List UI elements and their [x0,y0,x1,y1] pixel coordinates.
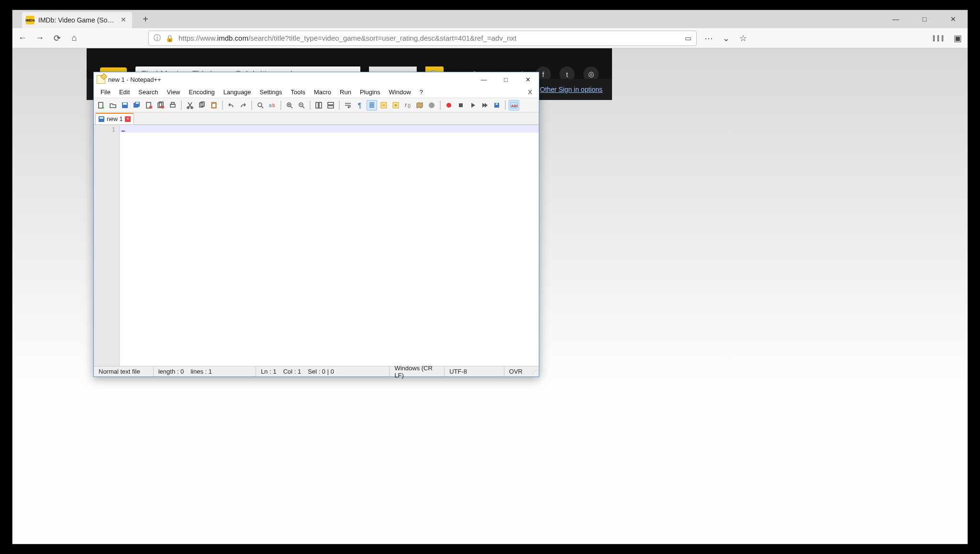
close-all-icon[interactable] [156,100,166,111]
open-file-icon[interactable] [108,100,118,111]
stop-macro-icon[interactable] [456,100,466,111]
doc-switcher-icon[interactable] [426,100,437,111]
svg-rect-19 [212,104,215,107]
fold-icon[interactable] [379,100,389,111]
resize-grip-icon[interactable]: ⋰ [527,366,539,377]
menu-macro[interactable]: Macro [310,88,335,97]
npp-maximize-button[interactable]: □ [495,73,517,86]
back-button[interactable]: ← [17,33,28,44]
undo-icon[interactable] [226,100,236,111]
lock-icon[interactable]: 🔒 [166,34,174,42]
library-icon[interactable]: ⫿⫿⫿ [933,33,944,44]
svg-point-1 [102,106,104,109]
tab-strip: IMDb IMDb: Video Game (Sorted by I ✕ + —… [12,10,968,28]
menu-edit[interactable]: Edit [115,88,134,97]
toolbar-separator [251,100,252,110]
menu-search[interactable]: Search [134,88,162,97]
svg-text:(): () [408,103,411,108]
line-number-gutter: 1 [94,125,120,366]
paste-icon[interactable] [209,100,219,111]
save-macro-icon[interactable] [491,100,502,111]
page-actions-icon[interactable]: ⋯ [703,33,714,44]
menu-encoding[interactable]: Encoding [185,88,219,97]
npp-editor[interactable]: 1 [94,125,539,366]
save-all-icon[interactable] [132,100,142,111]
new-file-icon[interactable] [96,100,106,111]
zoom-in-icon[interactable] [284,100,295,111]
npp-menu-close-x[interactable]: X [524,88,536,97]
toolbar-separator [505,100,506,110]
tab-close-icon[interactable]: ✕ [120,16,127,24]
zoom-out-icon[interactable] [296,100,307,111]
pocket-icon[interactable]: ⌄ [721,33,731,44]
npp-tab-new1[interactable]: new 1 × [95,113,134,124]
menu-plugins[interactable]: Plugins [356,88,384,97]
show-all-chars-icon[interactable]: ¶ [355,100,365,111]
doc-map-icon[interactable] [414,100,425,111]
indent-guide-icon[interactable] [367,100,377,111]
menu-tools[interactable]: Tools [287,88,309,97]
sync-h-icon[interactable] [325,100,336,111]
sync-v-icon[interactable] [313,100,324,111]
svg-point-11 [161,106,164,109]
npp-tab-close-icon[interactable]: × [125,116,131,122]
print-icon[interactable] [167,100,178,111]
menu-run[interactable]: Run [336,88,355,97]
current-line-highlight [120,125,539,133]
line-number: 1 [94,126,115,133]
svg-rect-13 [171,102,174,104]
copy-icon[interactable] [197,100,207,111]
sidebar-toggle-icon[interactable]: ▣ [952,33,963,44]
npp-menubar: FileEditSearchViewEncodingLanguageSettin… [94,87,539,98]
browser-close-button[interactable]: ✕ [939,10,968,28]
wordwrap-icon[interactable] [343,100,353,111]
menu-help[interactable]: ? [416,88,427,97]
status-filetype: Normal text file [94,366,154,377]
home-button[interactable]: ⌂ [69,33,79,44]
toolbar-separator [310,100,311,110]
replace-icon[interactable]: ab [267,100,278,111]
bookmark-star-icon[interactable]: ☆ [738,33,748,44]
play-multi-icon[interactable] [479,100,490,111]
menu-view[interactable]: View [163,88,184,97]
spellcheck-icon[interactable]: ABC [509,100,519,111]
reader-mode-icon[interactable]: ▭ [685,34,691,43]
play-macro-icon[interactable] [468,100,478,111]
unfold-icon[interactable] [390,100,401,111]
save-icon[interactable] [120,100,130,111]
address-bar[interactable]: ⓘ 🔒 https://www.imdb.com/search/title?ti… [148,31,697,46]
toolbar-separator [440,100,441,110]
svg-text:f: f [405,102,407,108]
forward-button[interactable]: → [34,33,45,44]
save-state-icon [99,116,104,122]
browser-tab-imdb[interactable]: IMDb IMDb: Video Game (Sorted by I ✕ [22,12,132,28]
close-file-icon[interactable] [144,100,154,111]
toolbar-separator [339,100,340,110]
npp-titlebar[interactable]: new 1 - Notepad++ — □ ✕ [94,72,539,87]
svg-point-35 [446,103,451,108]
signin-options-link[interactable]: Other Sign in options [540,86,602,93]
record-macro-icon[interactable] [444,100,454,111]
cut-icon[interactable] [185,100,195,111]
menu-settings[interactable]: Settings [256,88,286,97]
function-list-icon[interactable]: f() [402,100,413,111]
browser-maximize-button[interactable]: □ [910,10,939,28]
new-tab-button[interactable]: + [139,13,152,26]
reload-button[interactable]: ⟳ [52,33,62,44]
npp-minimize-button[interactable]: — [473,73,495,86]
menu-file[interactable]: File [97,88,114,97]
status-eol: Windows (CR LF) [390,366,445,377]
imdb-favicon-icon: IMDb [26,16,34,24]
find-icon[interactable] [255,100,266,111]
nav-toolbar: ← → ⟳ ⌂ ⓘ 🔒 https://www.imdb.com/search/… [12,28,968,48]
npp-close-button[interactable]: ✕ [517,73,539,86]
notepadpp-app-icon [97,75,105,84]
browser-minimize-button[interactable]: — [881,10,910,28]
text-area[interactable] [120,125,539,366]
menu-language[interactable]: Language [220,88,255,97]
redo-icon[interactable] [238,100,248,111]
site-info-icon[interactable]: ⓘ [154,33,161,43]
menu-window[interactable]: Window [385,88,415,97]
notepadpp-window: new 1 - Notepad++ — □ ✕ FileEditSearchVi… [93,72,539,377]
browser-window-controls: — □ ✕ [881,10,968,28]
